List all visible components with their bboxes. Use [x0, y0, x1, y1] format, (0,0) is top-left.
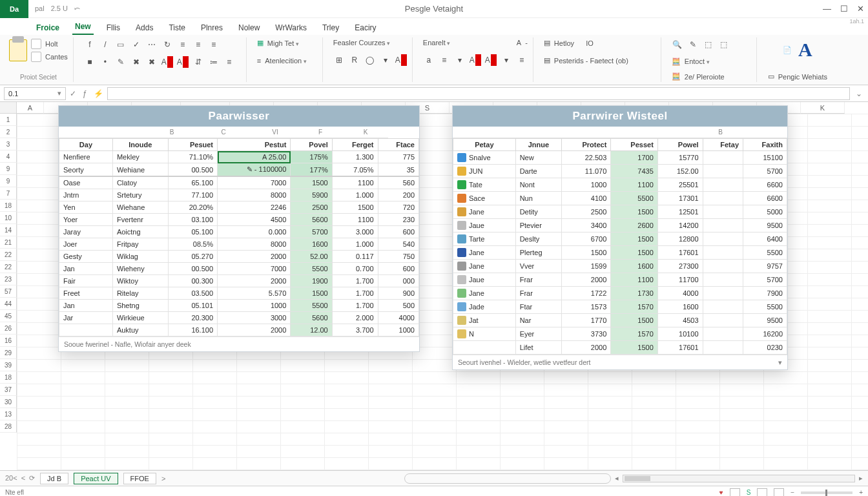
style-a[interactable]: A — [517, 39, 521, 46]
table-row[interactable]: FairWiktoy00.300200019001.700000 — [59, 275, 419, 287]
row-header[interactable]: 18 — [0, 200, 17, 212]
ribbon-icon[interactable]: ✓ — [130, 39, 142, 50]
table-cell[interactable]: 1722 — [562, 287, 611, 300]
find-box[interactable] — [404, 473, 611, 484]
ribbon-icon[interactable]: ⋯ — [146, 39, 158, 50]
table-cell[interactable]: Lifet — [515, 341, 562, 355]
table-cell[interactable] — [703, 205, 743, 219]
table-cell[interactable]: 9757 — [743, 260, 787, 273]
table-cell[interactable]: 14200 — [657, 219, 703, 232]
table-cell[interactable]: 00.500 — [168, 163, 217, 177]
table-cell[interactable]: 152.00 — [657, 165, 703, 178]
table-row[interactable]: JanWieheny00.500700055000.700600 — [59, 263, 419, 275]
table-cell[interactable]: 20.300 — [168, 312, 217, 324]
table-cell[interactable]: Yen — [59, 202, 113, 214]
table-cell[interactable]: Ftar — [515, 300, 562, 314]
font-big-a-icon[interactable]: A — [798, 39, 812, 61]
fx-enter-icon[interactable]: ⚡ — [94, 89, 103, 98]
status-icon[interactable]: S — [747, 489, 751, 496]
table-cell[interactable]: 0.700 — [332, 263, 378, 275]
table-cell[interactable]: 1500 — [332, 202, 378, 214]
table-cell[interactable]: 4000 — [657, 287, 703, 300]
table-cell[interactable]: 12800 — [657, 232, 703, 246]
table-cell[interactable]: 25501 — [657, 178, 703, 192]
table-cell[interactable]: 1.700 — [332, 275, 378, 287]
copy-icon[interactable] — [31, 52, 41, 62]
table-cell[interactable]: 0230 — [743, 341, 787, 355]
table-cell[interactable]: Jan — [59, 263, 113, 275]
column-header[interactable]: K — [801, 102, 845, 114]
table-cell[interactable]: 1770 — [562, 314, 611, 327]
table-cell[interactable]: Detity — [515, 205, 562, 219]
table-cell[interactable]: Jane — [453, 287, 516, 300]
tab-item[interactable]: Eaciry — [352, 21, 378, 35]
table-cell[interactable]: 500 — [378, 300, 418, 312]
table-cell[interactable]: 12501 — [657, 205, 703, 219]
table-cell[interactable]: 1500 — [611, 232, 658, 246]
table-cell[interactable]: 8000 — [218, 189, 291, 202]
table-cell[interactable]: 5600 — [291, 214, 332, 226]
row-header[interactable]: 4 — [0, 150, 17, 163]
close-button[interactable]: ✕ — [857, 4, 864, 14]
table-header[interactable]: Pesuet — [168, 139, 217, 151]
table-cell[interactable]: 2500 — [291, 202, 332, 214]
table-cell[interactable]: Nun — [515, 192, 562, 205]
table-cell[interactable]: Wiktoy — [112, 275, 168, 287]
table-cell[interactable]: Eyer — [515, 327, 562, 341]
table-cell[interactable]: Jaue — [453, 219, 516, 232]
table-cell[interactable]: 540 — [378, 238, 418, 251]
table-cell[interactable]: 4503 — [657, 314, 703, 327]
table-cell[interactable]: Nont — [515, 178, 562, 192]
tab-item[interactable]: Adds — [133, 21, 156, 35]
table-cell[interactable]: 22.503 — [562, 151, 611, 165]
table-cell[interactable]: 00.300 — [168, 275, 217, 287]
row-header[interactable]: 14 — [0, 224, 17, 236]
table-cell[interactable]: Nenfiere — [59, 151, 113, 163]
row-header[interactable]: 57 — [0, 285, 17, 298]
row-header[interactable]: 10 — [0, 212, 17, 224]
row-header[interactable]: 1 — [0, 114, 17, 126]
table-row[interactable]: JarWirkieue20.300300056002.0004000 — [59, 312, 419, 324]
ribbon-icon[interactable]: 🔍 — [672, 39, 683, 50]
addins-icon[interactable]: 📄 — [783, 46, 792, 54]
row-header[interactable]: 3 — [0, 138, 17, 150]
merge-icon[interactable]: ≡ — [257, 57, 261, 65]
table-cell[interactable]: 1500 — [611, 205, 658, 219]
table-cell[interactable]: Fritpay — [112, 238, 168, 251]
table-header[interactable]: Petay — [453, 139, 516, 151]
table-cell[interactable]: Jane — [453, 246, 516, 260]
table-cell[interactable]: Jntrn — [59, 189, 113, 202]
table-cell[interactable]: 6700 — [562, 232, 611, 246]
table-cell[interactable]: 2500 — [562, 205, 611, 219]
table-cell[interactable]: 1.000 — [332, 189, 378, 202]
table-cell[interactable]: Jane — [453, 260, 516, 273]
app-badge[interactable]: Da — [0, 0, 28, 18]
ribbon-icon[interactable]: ≡ — [192, 39, 204, 50]
formula-input[interactable] — [107, 87, 850, 100]
table-cell[interactable]: 1500 — [562, 246, 611, 260]
table-cell[interactable]: 05.270 — [168, 251, 217, 263]
table-cell[interactable]: 1100 — [611, 273, 658, 287]
table-cell[interactable]: 1.300 — [332, 151, 378, 163]
ribbon-icon[interactable]: A — [177, 56, 189, 68]
wrap-icon[interactable]: ▦ — [257, 39, 264, 47]
table-header[interactable]: Jnnue — [515, 139, 562, 151]
table-row[interactable]: Auktuy16.100200012.003.7001000 — [59, 324, 419, 336]
row-header[interactable]: 37 — [0, 384, 17, 396]
table-cell[interactable]: 17601 — [657, 341, 703, 355]
table-cell[interactable] — [703, 273, 743, 287]
table-header[interactable]: Faxith — [743, 139, 787, 151]
fx-cancel-icon[interactable]: ✓ — [70, 89, 76, 98]
table-cell[interactable]: 5.570 — [218, 287, 291, 300]
ribbon-icon[interactable]: a — [423, 54, 435, 66]
editing-icon[interactable]: 🧮 — [672, 57, 681, 66]
table-cell[interactable]: 7435 — [611, 165, 658, 178]
sheet-tab[interactable]: FFOE — [123, 473, 156, 484]
table-row[interactable]: OaseClatoy65.100700015001100560 — [59, 176, 419, 189]
table-cell[interactable]: Shetng — [112, 300, 168, 312]
table-row[interactable]: JUNDarte11.0707435152.005700 — [453, 165, 787, 178]
table-cell[interactable]: Plerteg — [515, 246, 562, 260]
table-cell[interactable]: 5700 — [743, 165, 787, 178]
qat-item[interactable]: ⤺ — [74, 5, 80, 13]
table-cell[interactable]: 1573 — [562, 300, 611, 314]
